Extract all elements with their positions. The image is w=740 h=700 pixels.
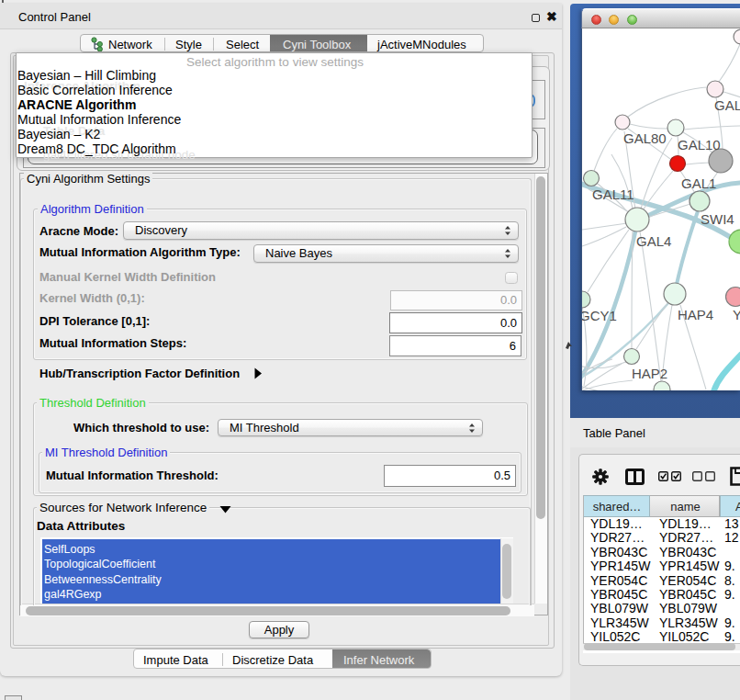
- svg-text:GAL10: GAL10: [678, 137, 721, 152]
- svg-text:HAP2: HAP2: [632, 366, 667, 381]
- svg-text:Y: Y: [733, 307, 740, 322]
- svg-text:GAL4: GAL4: [636, 233, 671, 249]
- svg-text:GAL80: GAL80: [623, 130, 667, 146]
- svg-text:GAL7: GAL7: [714, 97, 740, 113]
- svg-text:GAL11: GAL11: [592, 186, 634, 202]
- svg-text:SWI4: SWI4: [701, 211, 734, 227]
- svg-text:HAP4: HAP4: [678, 307, 713, 322]
- svg-text:GAL1: GAL1: [681, 175, 716, 191]
- svg-text:GCY1: GCY1: [582, 308, 617, 323]
